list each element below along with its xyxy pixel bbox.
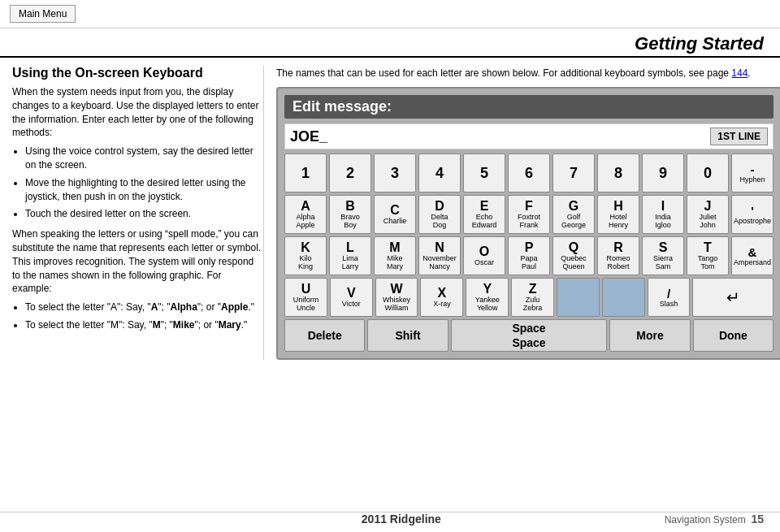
example-a: To select the letter "A": Say, "A"; "Alp… [25,301,263,314]
action-row: Delete Shift SpaceSpace More Done [284,319,774,352]
keyboard-panel: Edit message: JOE_ 1ST LINE 1 2 3 4 5 6 … [276,87,780,360]
key-q[interactable]: Q Quebec Queen [552,236,595,275]
footer-right: Navigation System 15 [665,513,764,526]
key-6[interactable]: 6 [508,154,550,192]
key-w[interactable]: W Whiskey William [375,278,418,317]
key-3[interactable]: 3 [374,154,416,192]
key-b[interactable]: B Bravo Boy [329,195,371,234]
main-menu-button[interactable]: Main Menu [10,5,76,23]
shift-button[interactable]: Shift [367,319,448,352]
key-8[interactable]: 8 [597,154,639,192]
key-p[interactable]: P Papa Paul [508,236,550,275]
example-list: To select the letter "A": Say, "A"; "Alp… [25,301,263,332]
main-content: Using the On-screen Keyboard When the sy… [0,58,780,368]
page-link[interactable]: 144 [731,67,748,79]
section-heading: Using the On-screen Keyboard [12,66,263,80]
key-blue-2[interactable] [602,278,645,317]
key-ampersand[interactable]: & Ampersand [731,236,774,275]
right-column: The names that can be used for each lett… [276,66,780,360]
footer-center: 2011 Ridgeline [362,513,441,526]
key-y[interactable]: Y Yankee Yellow [466,278,509,317]
key-i[interactable]: I India Igloo [642,195,684,234]
bullet-item-3: Touch the desired letter on the screen. [25,207,263,221]
key-s[interactable]: S Sierra Sam [642,236,684,275]
delete-button[interactable]: Delete [284,319,365,352]
left-column: Using the On-screen Keyboard When the sy… [12,66,264,360]
key-4[interactable]: 4 [418,154,461,192]
space-button[interactable]: SpaceSpace [451,319,608,352]
key-v[interactable]: V Victor [330,278,373,317]
top-bar: Main Menu [0,0,780,28]
number-row: 1 2 3 4 5 6 7 8 9 0 - Hyphen [284,154,774,192]
key-0[interactable]: 0 [687,154,729,192]
row-k-t: K Kilo King L Lima Larry M Mike Mary [284,236,774,275]
page-title-area: Getting Started [0,28,780,58]
key-grid: 1 2 3 4 5 6 7 8 9 0 - Hyphen [284,154,774,352]
input-value: JOE_ [290,128,710,145]
more-button[interactable]: More [609,319,690,352]
row-a-j: A Alpha Apple B Bravo Boy C Charlie D [284,195,774,234]
key-slash[interactable]: / Slash [648,278,691,317]
key-1[interactable]: 1 [284,154,327,192]
first-line-button[interactable]: 1ST LINE [710,128,768,145]
key-f[interactable]: F Foxtrot Frank [508,195,550,234]
done-button[interactable]: Done [693,319,774,352]
key-9[interactable]: 9 [642,154,684,192]
row-u-z: U Uniform Uncle V Victor W Whiskey Willi… [284,278,774,317]
key-l[interactable]: L Lima Larry [329,236,371,275]
key-a[interactable]: A Alpha Apple [284,195,327,234]
intro-text: The names that can be used for each lett… [276,66,780,80]
bullet-item-2: Move the highlighting to the desired let… [25,176,263,204]
intro-paragraph: When the system needs input from you, th… [12,85,263,140]
keyboard-title: Edit message: [284,95,774,119]
example-m: To select the letter "M": Say, "M"; "Mik… [25,318,263,332]
key-x[interactable]: X X-ray [420,278,463,317]
bullet-item-1: Using the voice control system, say the … [25,145,263,172]
key-g[interactable]: G Golf George [552,195,595,234]
key-7[interactable]: 7 [552,154,595,192]
key-n[interactable]: N November Nancy [418,236,461,275]
key-z[interactable]: Z Zulu Zebra [511,278,554,317]
key-blue-1[interactable] [557,278,600,317]
key-c[interactable]: C Charlie [374,195,416,234]
key-o[interactable]: O Oscar [463,236,505,275]
key-2[interactable]: 2 [329,154,371,192]
key-j[interactable]: J Juliet John [687,195,729,234]
key-k[interactable]: K Kilo King [284,236,327,275]
input-bar: JOE_ 1ST LINE [284,123,774,149]
key-d[interactable]: D Delta Dog [418,195,461,234]
key-hyphen[interactable]: - Hyphen [731,154,774,192]
key-u[interactable]: U Uniform Uncle [284,278,327,317]
key-e[interactable]: E Echo Edward [463,195,505,234]
key-enter[interactable]: ↵ [692,278,774,317]
key-apostrophe[interactable]: ' Apostrophe [731,195,774,234]
key-h[interactable]: H Hotel Henry [597,195,639,234]
key-m[interactable]: M Mike Mary [374,236,416,275]
key-5[interactable]: 5 [463,154,505,192]
key-r[interactable]: R Romeo Robert [597,236,639,275]
page-title: Getting Started [635,33,764,54]
spell-mode-paragraph: When speaking the letters or using “spel… [12,227,263,296]
key-t[interactable]: T Tango Tom [687,236,729,275]
bullet-list: Using the voice control system, say the … [25,145,263,221]
